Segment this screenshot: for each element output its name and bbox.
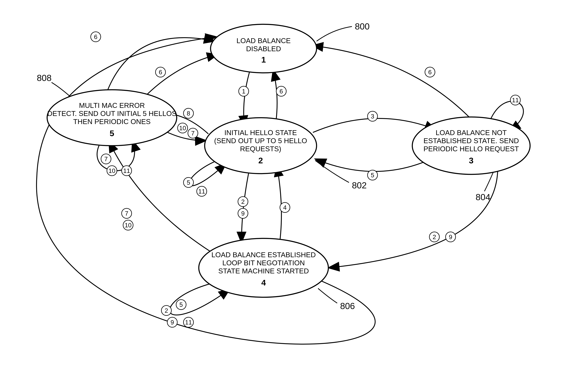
event-10-5to2: 10 — [178, 123, 188, 133]
callout-800: 800 — [317, 21, 370, 41]
svg-text:11: 11 — [198, 188, 205, 195]
callout-806: 806 — [318, 288, 355, 311]
event-9-3to4: 9 — [446, 232, 456, 242]
event-10-self5: 10 — [107, 166, 117, 176]
svg-text:806: 806 — [340, 301, 355, 311]
state-not-established: LOAD BALANCE NOT ESTABLISHED STATE. SEND… — [412, 117, 530, 174]
state5-num: 5 — [109, 129, 114, 138]
state4-line3: STATE MACHINE STARTED — [218, 267, 309, 275]
callout-804: 804 — [475, 172, 493, 202]
svg-text:2: 2 — [165, 307, 168, 314]
state-load-balance-disabled: LOAD BALANCE DISABLED 1 — [211, 24, 317, 73]
svg-text:8: 8 — [187, 110, 190, 117]
state2-line2: (SEND OUT UP TO 5 HELLO — [214, 137, 307, 145]
event-2-2to4: 2 — [238, 197, 248, 207]
svg-text:10: 10 — [179, 125, 186, 132]
state4-line1: LOAD BALANCE ESTABLISHED — [211, 251, 316, 259]
callout-802: 802 — [315, 160, 367, 190]
svg-text:2: 2 — [241, 198, 245, 205]
state-initial-hello: INITIAL HELLO STATE (SEND OUT UP TO 5 HE… — [205, 118, 317, 174]
svg-text:6: 6 — [159, 69, 162, 76]
state5-line2: DETECT. SEND OUT INITIAL 5 HELLOS — [47, 110, 177, 117]
svg-text:802: 802 — [352, 180, 367, 190]
event-11-self4: 11 — [183, 317, 194, 327]
svg-text:9: 9 — [449, 233, 452, 240]
state2-line1: INITIAL HELLO STATE — [224, 129, 297, 137]
event-9-self4: 9 — [167, 317, 177, 327]
event-10-4to5: 10 — [123, 220, 133, 230]
state3-line3: PERIODIC HELLO REQUEST — [423, 145, 519, 153]
event-2-3to4: 2 — [429, 232, 439, 242]
event-8: 8 — [183, 108, 194, 118]
svg-text:800: 800 — [355, 21, 370, 31]
event-6-5to1-outer: 6 — [91, 32, 101, 42]
svg-text:10: 10 — [108, 167, 115, 174]
state1-num: 1 — [261, 55, 266, 64]
event-7-5to2: 7 — [188, 128, 198, 138]
svg-text:11: 11 — [123, 167, 130, 174]
svg-text:808: 808 — [37, 73, 52, 83]
svg-text:11: 11 — [512, 97, 519, 104]
event-6-5to1-inner: 6 — [155, 67, 165, 77]
state4-num: 4 — [261, 278, 266, 287]
event-5-self2: 5 — [183, 178, 194, 188]
event-4: 4 — [280, 202, 290, 212]
event-3: 3 — [367, 111, 378, 121]
svg-text:7: 7 — [104, 156, 108, 162]
state3-line2: ESTABLISHED STATE. SEND — [423, 137, 519, 145]
event-5-3to2: 5 — [367, 170, 378, 180]
state-machine-diagram: LOAD BALANCE DISABLED 1 INITIAL HELLO ST… — [0, 0, 561, 392]
state2-line3: REQUESTS) — [240, 145, 281, 153]
event-6-3to1: 6 — [425, 67, 435, 77]
state2-num: 2 — [258, 156, 263, 165]
svg-text:6: 6 — [428, 69, 432, 76]
svg-text:6: 6 — [94, 33, 97, 40]
svg-text:4: 4 — [283, 204, 287, 211]
event-1: 1 — [239, 86, 249, 96]
svg-text:5: 5 — [371, 172, 374, 179]
event-11-self2: 11 — [197, 186, 207, 196]
svg-text:5: 5 — [187, 179, 190, 186]
state-multi-mac-error: MULTI MAC ERROR DETECT. SEND OUT INITIAL… — [47, 90, 177, 146]
svg-text:9: 9 — [171, 319, 174, 326]
state3-line1: LOAD BALANCE NOT — [436, 129, 507, 137]
state3-num: 3 — [469, 156, 473, 165]
state4-line2: LOOP BIT NEGOTIATION — [222, 259, 305, 267]
event-11-self5: 11 — [122, 166, 132, 176]
callout-808: 808 — [37, 73, 69, 96]
svg-text:2: 2 — [433, 233, 436, 240]
svg-text:804: 804 — [475, 192, 490, 202]
event-11-self3: 11 — [510, 95, 520, 105]
svg-text:7: 7 — [191, 130, 194, 137]
state1-line2: DISABLED — [246, 45, 281, 53]
state-established: LOAD BALANCE ESTABLISHED LOOP BIT NEGOTI… — [199, 238, 328, 297]
svg-text:6: 6 — [280, 88, 283, 95]
svg-text:7: 7 — [125, 210, 128, 217]
event-7-self5: 7 — [101, 154, 111, 164]
svg-text:10: 10 — [125, 222, 132, 229]
svg-text:9: 9 — [241, 210, 245, 217]
event-5-self4: 5 — [176, 300, 186, 310]
svg-text:1: 1 — [242, 88, 245, 95]
svg-text:5: 5 — [179, 301, 183, 308]
svg-text:3: 3 — [371, 113, 374, 120]
svg-text:11: 11 — [185, 319, 192, 326]
state5-line1: MULTI MAC ERROR — [79, 102, 145, 109]
event-6-2to1: 6 — [276, 86, 286, 96]
state1-line1: LOAD BALANCE — [237, 37, 291, 45]
event-2-self4: 2 — [161, 306, 171, 316]
event-7-4to5: 7 — [122, 208, 132, 218]
event-9-2to4: 9 — [238, 208, 248, 218]
state5-line3: THEN PERIODIC ONES — [73, 118, 151, 126]
